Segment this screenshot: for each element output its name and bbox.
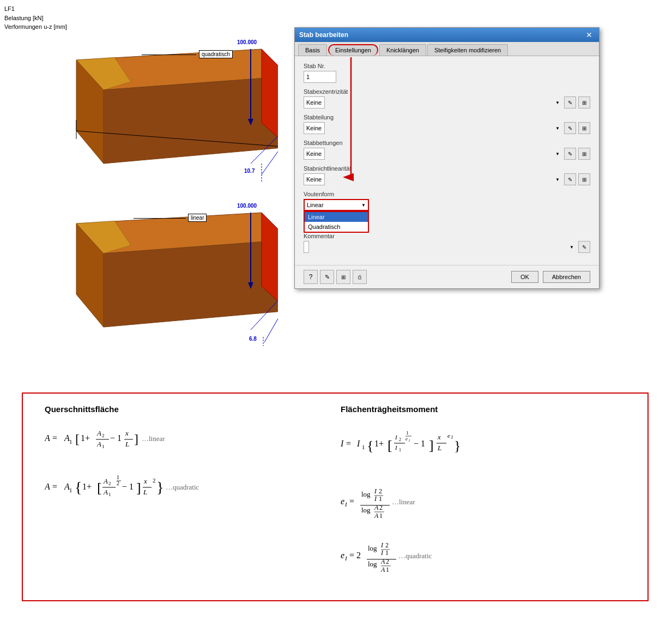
footer-action-buttons: OK Abbrechen: [511, 271, 590, 283]
kommentar-label: Kommentar: [304, 233, 590, 239]
svg-text:x: x: [125, 429, 129, 437]
svg-text:I: I: [408, 439, 410, 442]
voutenform-select-box[interactable]: Linear ▼: [304, 199, 369, 211]
svg-text:I: I: [341, 439, 344, 448]
stabnichtlinearitaet-select[interactable]: Keine: [304, 173, 325, 185]
stabexzentrizitaet-edit-btn[interactable]: ✎: [564, 96, 576, 108]
kommentar-select[interactable]: [304, 241, 309, 253]
ok-button[interactable]: OK: [511, 271, 538, 283]
voutenform-list: Linear Quadratisch: [304, 211, 369, 233]
stabbettungen-group: Stabbettungen Keine ✎ ⊞: [304, 140, 590, 160]
tab-steifigkeiten[interactable]: Steifigkeiten modifizieren: [427, 44, 508, 56]
stabexzentrizitaet-select[interactable]: Keine: [304, 96, 325, 108]
svg-text:− 1: − 1: [122, 482, 134, 491]
upper-value1: 100.000: [237, 39, 257, 45]
stabexzentrizitaet-info-btn[interactable]: ⊞: [578, 96, 590, 108]
svg-text:[: [: [75, 432, 80, 446]
tab-einstellungen[interactable]: Einstellungen: [328, 44, 378, 56]
stab-nr-group: Stab Nr.: [304, 63, 590, 83]
svg-text:A: A: [374, 504, 379, 511]
footer-edit-btn[interactable]: ✎: [320, 270, 334, 284]
footer-print-btn[interactable]: ⎙: [353, 270, 367, 284]
stabnichtlinearitaet-info-btn[interactable]: ⊞: [578, 173, 590, 185]
svg-text:I: I: [374, 495, 377, 503]
svg-text:1: 1: [379, 495, 382, 503]
stab-nr-input[interactable]: [304, 71, 336, 83]
svg-text:…quadratic: …quadratic: [166, 483, 199, 491]
svg-text:I: I: [356, 439, 360, 448]
svg-text:A: A: [45, 433, 50, 443]
svg-text:I: I: [374, 487, 377, 495]
svg-text:I: I: [395, 434, 398, 440]
dialog-close-button[interactable]: ✕: [584, 31, 595, 39]
lower-beam-view: linear 100.000 6.8: [44, 202, 278, 349]
lf-label: LF1: [4, 4, 67, 14]
stab-nr-label: Stab Nr.: [304, 63, 590, 69]
formula-a-quadratic: A = A 1 { 1 + [ A 2 A 1: [45, 470, 330, 509]
footer-table-btn[interactable]: ⊞: [336, 270, 350, 284]
cancel-button[interactable]: Abbrechen: [543, 271, 590, 283]
lower-label-line: [134, 218, 186, 219]
svg-text:1: 1: [386, 566, 389, 573]
dialog-tabs: Basis Einstellungen Knicklängen Steifigk…: [295, 42, 599, 56]
svg-text:I: I: [380, 541, 384, 549]
formula-i-main: I = I 1 { 1 + [ I 2 I 1 1: [341, 425, 626, 468]
svg-text:1: 1: [117, 474, 119, 480]
stabbettungen-edit-btn[interactable]: ✎: [564, 148, 576, 160]
svg-text:A: A: [96, 440, 101, 448]
svg-text:log: log: [361, 490, 371, 498]
stabexzentrizitaet-label: Stabexzentrizität: [304, 88, 590, 95]
svg-text:=: =: [52, 482, 57, 491]
stabteilung-group: Stabteilung Keine ✎ ⊞: [304, 114, 590, 134]
svg-text:]: ]: [136, 480, 141, 496]
svg-text:2: 2: [385, 541, 389, 549]
svg-text:1: 1: [399, 448, 401, 452]
svg-text:1: 1: [69, 487, 72, 493]
upper-beam-svg: [44, 38, 278, 185]
stabbettungen-select[interactable]: Keine: [304, 148, 325, 160]
kommentar-group: Kommentar ✎: [304, 233, 590, 253]
svg-text:I: I: [451, 435, 453, 440]
svg-text:1: 1: [379, 512, 383, 520]
stabbettungen-info-btn[interactable]: ⊞: [578, 148, 590, 160]
deform-label: Verformungen u-z [mm]: [4, 22, 67, 32]
voutenform-option-linear[interactable]: Linear: [305, 212, 368, 222]
svg-text:+: +: [87, 482, 92, 491]
load-label: Belastung [kN]: [4, 14, 67, 23]
svg-text:I: I: [380, 549, 384, 557]
svg-text:x: x: [143, 477, 147, 485]
stabnichtlinearitaet-edit-btn[interactable]: ✎: [564, 173, 576, 185]
voutenform-option-quadratisch[interactable]: Quadratisch: [305, 222, 368, 232]
upper-value2: 10.7: [244, 168, 255, 174]
formula-col-left: Querschnittsfläche A = A 1 [ 1 + A 2: [39, 404, 335, 589]
stabbettungen-label: Stabbettungen: [304, 140, 590, 146]
svg-text:2: 2: [108, 481, 111, 486]
left-formula-heading: Querschnittsfläche: [45, 404, 330, 414]
tab-knicklaengen[interactable]: Knicklängen: [379, 44, 426, 56]
stabteilung-info-btn[interactable]: ⊞: [578, 122, 590, 134]
svg-text:1: 1: [81, 433, 85, 443]
formula-a-quadratic-svg: A = A 1 { 1 + [ A 2 A 1: [45, 470, 214, 509]
svg-text:− 1: − 1: [414, 439, 425, 448]
stabteilung-select[interactable]: Keine: [304, 122, 325, 134]
kommentar-edit-btn[interactable]: ✎: [578, 241, 590, 253]
stabteilung-label: Stabteilung: [304, 114, 590, 120]
lower-beam-svg: [44, 202, 278, 349]
svg-text:e: e: [405, 436, 408, 442]
formula-a-linear: A = A 1 [ 1 + A 2 A 1 − 1 x: [45, 425, 330, 457]
svg-text:1: 1: [406, 430, 409, 436]
svg-text:1: 1: [362, 444, 365, 450]
svg-text:I: I: [344, 501, 348, 508]
svg-text:L: L: [143, 488, 147, 496]
svg-text:A: A: [103, 488, 108, 496]
svg-text:L: L: [125, 440, 129, 448]
tab-basis[interactable]: Basis: [298, 44, 327, 56]
stabteilung-edit-btn[interactable]: ✎: [564, 122, 576, 134]
svg-text:A: A: [380, 566, 385, 573]
svg-text:= 2: = 2: [349, 551, 361, 560]
formula-ei-linear: e I = log I 2 I 1 log A 2: [341, 481, 626, 522]
svg-text:A: A: [103, 477, 108, 485]
svg-text:1: 1: [69, 438, 72, 445]
stabnichtlinearitaet-group: Stabnichtlinearität Keine ✎ ⊞: [304, 165, 590, 185]
footer-help-btn[interactable]: ?: [304, 270, 318, 284]
